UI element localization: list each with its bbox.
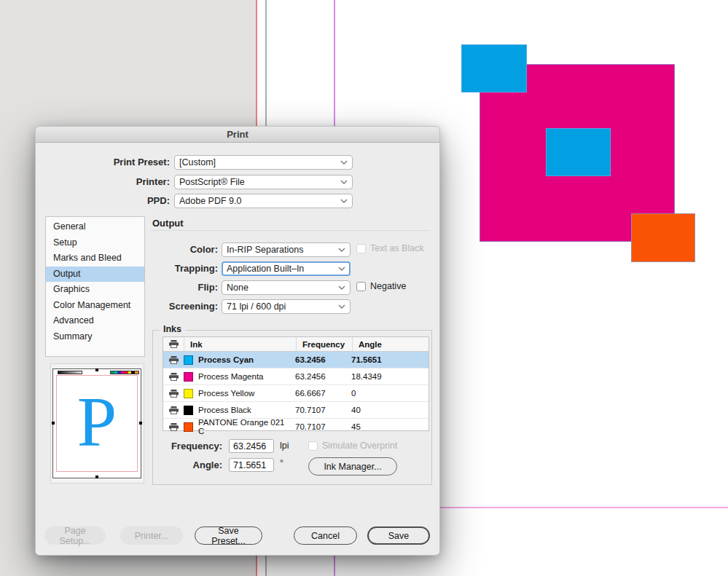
frequency-input[interactable] [229, 439, 274, 453]
ink-angle: 71.5651 [345, 355, 428, 364]
ink-name: Process Magenta [198, 372, 264, 381]
ink-swatch [184, 406, 193, 415]
sidebar-item-advanced[interactable]: Advanced [46, 313, 144, 329]
angle-unit: ° [280, 458, 283, 468]
checkbox-icon [308, 441, 318, 451]
text-as-black-label: Text as Black [370, 243, 424, 253]
ink-name: Process Black [198, 406, 251, 414]
col-header-angle: Angle [352, 337, 428, 351]
col-header-frequency: Frequency [296, 337, 352, 351]
ink-frequency: 63.2456 [289, 355, 345, 364]
handle-bottom [95, 476, 98, 478]
ink-angle: 45 [345, 422, 428, 431]
artwork-orange-square [631, 213, 695, 262]
ink-row[interactable]: Process Cyan63.245671.5651 [163, 352, 428, 368]
simulate-overprint-label: Simulate Overprint [322, 441, 398, 451]
print-preset-dropdown[interactable]: [Custom] [174, 155, 353, 170]
ink-swatch [184, 389, 193, 398]
checkbox-icon [356, 244, 366, 253]
ppd-dropdown[interactable]: Adobe PDF 9.0 [174, 194, 353, 208]
ink-swatch [184, 422, 193, 432]
output-heading: Output [152, 218, 184, 229]
sidebar-item-color-management[interactable]: Color Management [46, 298, 144, 314]
handle-left [52, 422, 55, 425]
frequency-label: Frequency: [135, 439, 222, 454]
ink-frequency: 66.6667 [289, 389, 345, 398]
screening-dropdown[interactable]: 71 lpi / 600 dpi [222, 299, 351, 314]
flip-dropdown[interactable]: None [222, 280, 351, 295]
angle-input[interactable] [229, 458, 274, 472]
inks-table: Ink Frequency Angle Process Cyan63.24567… [163, 336, 429, 431]
printer-icon [163, 373, 184, 381]
ink-swatch [184, 355, 193, 365]
screening-label: Screening: [130, 299, 218, 314]
ink-swatch [184, 372, 193, 382]
ppd-label: PPD: [36, 194, 170, 208]
heading-separator [150, 230, 429, 231]
ppd-value: Adobe PDF 9.0 [179, 196, 337, 206]
printer-icon [163, 390, 184, 398]
preview-page: P [56, 375, 138, 472]
handle-top [95, 368, 98, 371]
color-label: Color: [130, 242, 218, 257]
col-header-ink: Ink [184, 337, 296, 351]
page-setup-button: Page Setup... [44, 526, 106, 545]
sidebar-item-summary[interactable]: Summary [46, 329, 144, 345]
checkbox-icon [356, 282, 366, 291]
printer-icon [163, 423, 184, 431]
text-as-black-checkbox: Text as Black [356, 243, 424, 253]
sidebar-item-output[interactable]: Output [46, 267, 144, 283]
flip-value: None [227, 283, 335, 293]
ink-name: Process Cyan [198, 355, 254, 364]
negative-label: Negative [370, 281, 406, 291]
ink-row[interactable]: Process Black70.710740 [163, 402, 428, 419]
sidebar-item-marks-and-bleed[interactable]: Marks and Bleed [46, 250, 144, 267]
ink-frequency: 70.7107 [289, 422, 345, 431]
chevron-down-icon [340, 180, 348, 184]
save-preset-button[interactable]: Save Preset... [195, 526, 262, 545]
chevron-down-icon [338, 304, 345, 309]
screening-value: 71 lpi / 600 dpi [227, 301, 335, 312]
ink-row[interactable]: Process Yellow66.66670 [163, 385, 428, 402]
dialog-titlebar[interactable]: Print [36, 127, 439, 143]
ink-row[interactable]: Process Magenta63.245618.4349 [163, 368, 428, 385]
preview-crop-frame: P [52, 368, 141, 478]
flip-label: Flip: [130, 280, 218, 295]
ink-row[interactable]: PANTONE Orange 021 C70.710745 [163, 419, 428, 435]
trapping-dropdown[interactable]: Application Built–In [222, 261, 351, 276]
sidebar-item-general[interactable]: General [46, 219, 144, 235]
sidebar-item-graphics[interactable]: Graphics [46, 282, 144, 298]
color-calibration-bar [110, 371, 139, 374]
ink-manager-button[interactable]: Ink Manager... [308, 457, 397, 476]
ink-name: Process Yellow [198, 389, 254, 398]
chevron-down-icon [338, 267, 345, 271]
print-dialog: Print Print Preset: [Custom] Printer: Po… [35, 126, 440, 556]
ink-frequency: 63.2456 [289, 372, 345, 381]
printer-button: Printer... [120, 526, 183, 545]
ink-name: PANTONE Orange 021 C [198, 418, 289, 435]
handle-right [139, 422, 142, 425]
artwork-cyan-square-center [546, 128, 611, 176]
chevron-down-icon [340, 199, 348, 203]
cancel-button[interactable]: Cancel [294, 526, 357, 545]
color-dropdown[interactable]: In-RIP Separations [222, 242, 351, 257]
angle-label: Angle: [135, 458, 222, 473]
ink-angle: 0 [345, 389, 428, 398]
trapping-label: Trapping: [130, 261, 218, 276]
frequency-unit: lpi [280, 441, 289, 451]
sidebar-item-setup[interactable]: Setup [46, 235, 144, 251]
artwork-cyan-square-top [461, 44, 527, 92]
printer-icon [163, 406, 184, 414]
grayscale-calibration-bar [58, 371, 82, 374]
inks-legend: Inks [160, 324, 185, 334]
negative-checkbox[interactable]: Negative [356, 281, 406, 291]
printer-label: Printer: [36, 175, 170, 189]
printer-dropdown[interactable]: PostScript® File [174, 175, 353, 189]
printer-icon [163, 356, 184, 364]
ink-frequency: 70.7107 [289, 406, 345, 414]
chevron-down-icon [338, 248, 345, 252]
printer-icon [163, 340, 184, 348]
simulate-overprint-checkbox: Simulate Overprint [308, 441, 398, 451]
save-button[interactable]: Save [367, 526, 430, 545]
ink-angle: 18.4349 [345, 372, 428, 381]
